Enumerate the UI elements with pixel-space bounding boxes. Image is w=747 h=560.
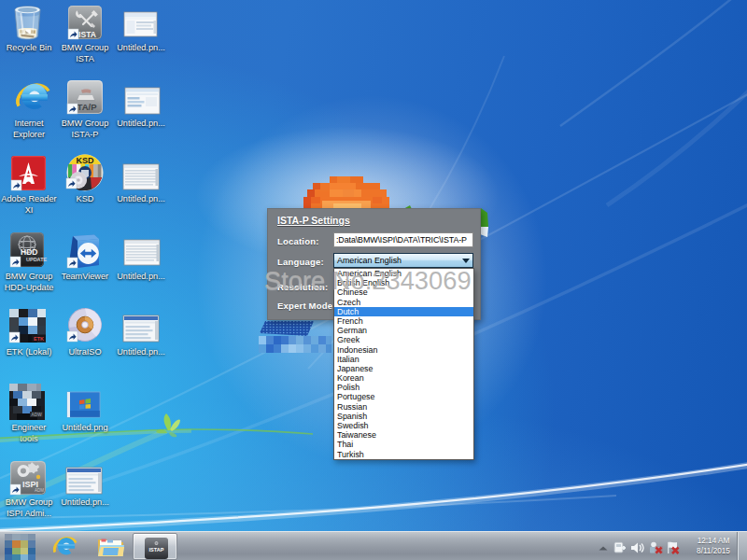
svg-text:ADW: ADW (31, 413, 42, 417)
svg-text:UPDATE: UPDATE (26, 257, 48, 262)
svg-text:ISTA: ISTA (78, 30, 96, 39)
svg-text:ADM: ADM (35, 488, 44, 493)
svg-text:HDD: HDD (21, 247, 37, 257)
svg-text:ETK: ETK (34, 336, 44, 342)
svg-text:KSD: KSD (76, 156, 94, 165)
svg-text:TA/P: TA/P (78, 102, 98, 112)
